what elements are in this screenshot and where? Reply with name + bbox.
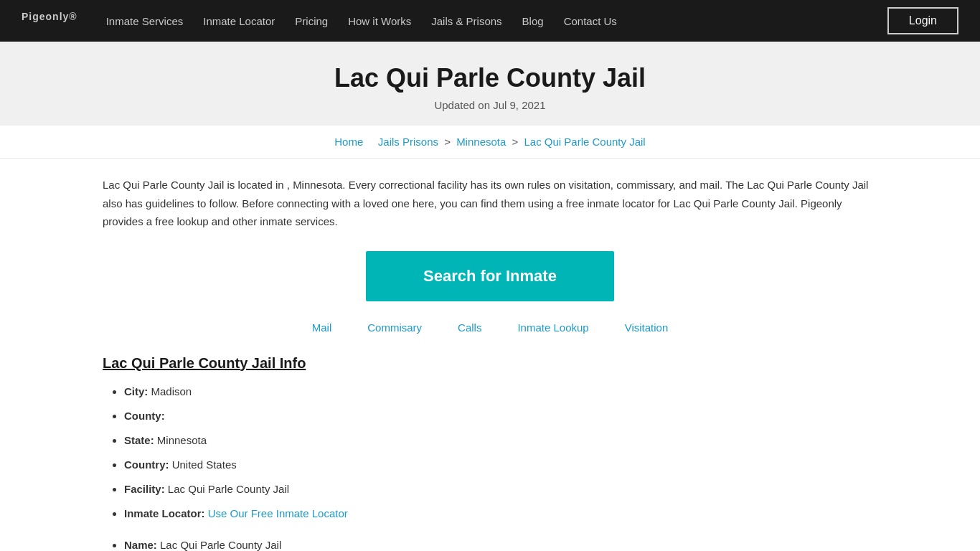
nav-blog[interactable]: Blog	[522, 15, 544, 27]
sub-nav: Mail Commisary Calls Inmate Lookup Visit…	[103, 321, 877, 334]
breadcrumb-sep1	[369, 136, 374, 148]
sub-nav-inmate-lookup[interactable]: Inmate Lookup	[517, 321, 588, 334]
nav-links: Inmate Services Inmate Locator Pricing H…	[106, 15, 887, 27]
county-label: County:	[124, 410, 165, 422]
breadcrumb-state[interactable]: Minnesota	[456, 136, 506, 148]
info-list: City: Madison County: State: Minnesota C…	[103, 383, 877, 522]
name-label: Name:	[124, 539, 157, 551]
description-text: Lac Qui Parle County Jail is located in …	[103, 176, 877, 231]
list-item-facility: Facility: Lac Qui Parle County Jail	[124, 481, 877, 498]
nav-inmate-services[interactable]: Inmate Services	[106, 15, 184, 27]
locator-label: Inmate Locator:	[124, 507, 205, 519]
sub-nav-commisary[interactable]: Commisary	[367, 321, 422, 334]
locator-link[interactable]: Use Our Free Inmate Locator	[208, 507, 348, 519]
sub-nav-mail[interactable]: Mail	[312, 321, 332, 334]
country-label: Country:	[124, 458, 169, 471]
breadcrumb-sep3: >	[512, 136, 522, 148]
city-label: City:	[124, 385, 148, 397]
info-section-title: Lac Qui Parle County Jail Info	[103, 355, 877, 372]
facility-value: Lac Qui Parle County Jail	[168, 483, 289, 495]
city-value: Madison	[151, 385, 192, 397]
list-item-city: City: Madison	[124, 383, 877, 400]
list-item-state: State: Minnesota	[124, 432, 877, 449]
state-label: State:	[124, 434, 154, 446]
facility-label: Facility:	[124, 483, 165, 495]
nav-jails-prisons[interactable]: Jails & Prisons	[431, 15, 501, 27]
logo-tm: ®	[69, 11, 77, 22]
updated-date: Updated on Jul 9, 2021	[14, 99, 966, 111]
nav-inmate-locator[interactable]: Inmate Locator	[203, 15, 275, 27]
state-value: Minnesota	[157, 434, 207, 446]
breadcrumb-jails[interactable]: Jails Prisons	[378, 136, 438, 148]
nav-how-it-works[interactable]: How it Works	[348, 15, 411, 27]
logo-text: Pigeonly	[22, 11, 69, 22]
logo: Pigeonly®	[22, 10, 77, 32]
navbar: Pigeonly® Inmate Services Inmate Locator…	[0, 0, 980, 42]
list-item-county: County:	[124, 408, 877, 425]
sub-nav-visitation[interactable]: Visitation	[625, 321, 669, 334]
breadcrumb-sep2: >	[444, 136, 453, 148]
country-value: United States	[172, 458, 237, 471]
sub-nav-calls[interactable]: Calls	[458, 321, 481, 334]
search-inmate-button[interactable]: Search for Inmate	[366, 251, 614, 301]
main-content: Lac Qui Parle County Jail is located in …	[81, 159, 899, 551]
list-item-name: Name: Lac Qui Parle County Jail	[124, 537, 877, 552]
name-value: Lac Qui Parle County Jail	[160, 539, 281, 551]
nav-pricing[interactable]: Pricing	[295, 15, 328, 27]
nav-contact-us[interactable]: Contact Us	[564, 15, 617, 27]
info-section: Lac Qui Parle County Jail Info City: Mad…	[103, 355, 877, 552]
list-item-locator: Inmate Locator: Use Our Free Inmate Loca…	[124, 505, 877, 522]
search-button-wrapper: Search for Inmate	[103, 251, 877, 301]
list-item-country: Country: United States	[124, 456, 877, 474]
breadcrumb: Home Jails Prisons > Minnesota > Lac Qui…	[0, 126, 980, 159]
info-list-2: Name: Lac Qui Parle County Jail Address:…	[103, 537, 877, 552]
page-title: Lac Qui Parle County Jail	[14, 63, 966, 93]
login-button[interactable]: Login	[887, 7, 958, 34]
breadcrumb-home[interactable]: Home	[334, 136, 363, 148]
hero-section: Lac Qui Parle County Jail Updated on Jul…	[0, 42, 980, 126]
breadcrumb-current[interactable]: Lac Qui Parle County Jail	[524, 136, 645, 148]
